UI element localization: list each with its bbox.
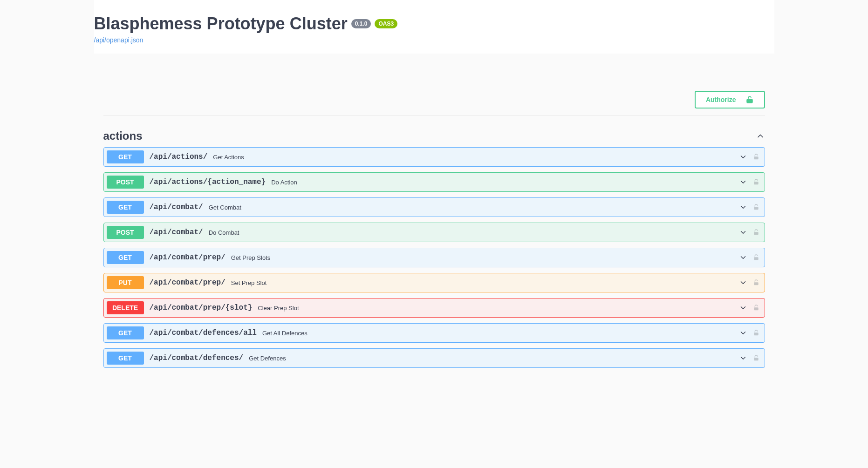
page-title: Blasphemess Prototype Cluster	[94, 14, 348, 34]
spec-link[interactable]: /api/openapi.json	[94, 36, 144, 44]
chevron-down-icon	[738, 328, 748, 338]
version-badge: 0.1.0	[351, 19, 371, 28]
chevron-down-icon	[738, 253, 748, 262]
operation-path: /api/combat/defences/	[150, 354, 244, 362]
method-badge: GET	[107, 251, 144, 264]
lock-icon[interactable]	[752, 304, 760, 312]
operation-summary: Do Combat	[209, 229, 239, 236]
svg-rect-1	[754, 156, 758, 159]
svg-rect-0	[747, 99, 752, 103]
operation-row[interactable]: GET/api/combat/Get Combat	[103, 197, 765, 217]
svg-rect-7	[754, 307, 758, 310]
operation-summary: Do Action	[271, 179, 297, 186]
operation-path: /api/combat/	[150, 228, 203, 237]
operation-summary: Get Prep Slots	[231, 254, 271, 261]
svg-rect-3	[754, 207, 758, 210]
lock-icon[interactable]	[752, 229, 760, 236]
operation-path: /api/actions/	[150, 153, 208, 161]
svg-rect-6	[754, 282, 758, 285]
authorize-button[interactable]: Authorize	[695, 91, 765, 109]
chevron-down-icon	[738, 353, 748, 363]
chevron-up-icon	[756, 131, 765, 141]
section-toggle-actions[interactable]: actions	[103, 125, 765, 147]
operation-path: /api/actions/{action_name}	[150, 178, 266, 186]
oas-badge: OAS3	[375, 19, 397, 28]
unlock-icon	[745, 95, 754, 104]
method-badge: POST	[107, 226, 144, 239]
chevron-down-icon	[738, 278, 748, 287]
method-badge: POST	[107, 176, 144, 189]
svg-rect-4	[754, 232, 758, 235]
lock-icon[interactable]	[752, 329, 760, 337]
chevron-down-icon	[738, 152, 748, 162]
operation-row[interactable]: PUT/api/combat/prep/Set Prep Slot	[103, 273, 765, 292]
operation-row[interactable]: DELETE/api/combat/prep/{slot}Clear Prep …	[103, 298, 765, 318]
operation-path: /api/combat/prep/	[150, 253, 226, 262]
lock-icon[interactable]	[752, 254, 760, 261]
lock-icon[interactable]	[752, 178, 760, 186]
operation-row[interactable]: POST/api/actions/{action_name}Do Action	[103, 172, 765, 192]
operation-path: /api/combat/	[150, 203, 203, 211]
chevron-down-icon	[738, 228, 748, 237]
lock-icon[interactable]	[752, 354, 760, 362]
svg-rect-2	[754, 182, 758, 184]
operation-row[interactable]: GET/api/combat/defences/Get Defences	[103, 348, 765, 368]
method-badge: GET	[107, 201, 144, 214]
svg-rect-8	[754, 332, 758, 335]
chevron-down-icon	[738, 203, 748, 212]
lock-icon[interactable]	[752, 153, 760, 161]
method-badge: GET	[107, 352, 144, 365]
operations-list: GET/api/actions/Get ActionsPOST/api/acti…	[103, 147, 765, 368]
operation-summary: Clear Prep Slot	[258, 305, 299, 312]
method-badge: GET	[107, 150, 144, 163]
operation-summary: Get Combat	[209, 204, 241, 211]
operation-summary: Get Defences	[249, 355, 286, 362]
operation-summary: Get All Defences	[262, 330, 308, 337]
chevron-down-icon	[738, 177, 748, 187]
operation-summary: Get Actions	[213, 154, 244, 161]
operation-path: /api/combat/prep/{slot}	[150, 304, 253, 312]
method-badge: PUT	[107, 276, 144, 289]
operation-path: /api/combat/defences/all	[150, 329, 257, 337]
operation-row[interactable]: POST/api/combat/Do Combat	[103, 223, 765, 242]
operation-path: /api/combat/prep/	[150, 278, 226, 287]
operation-row[interactable]: GET/api/combat/prep/Get Prep Slots	[103, 248, 765, 267]
method-badge: GET	[107, 326, 144, 339]
operation-row[interactable]: GET/api/actions/Get Actions	[103, 147, 765, 167]
svg-rect-5	[754, 257, 758, 260]
section-title: actions	[103, 129, 143, 142]
svg-rect-9	[754, 358, 758, 360]
authorize-label: Authorize	[706, 96, 736, 103]
operation-row[interactable]: GET/api/combat/defences/allGet All Defen…	[103, 323, 765, 343]
operation-summary: Set Prep Slot	[231, 279, 267, 286]
method-badge: DELETE	[107, 301, 144, 314]
lock-icon[interactable]	[752, 203, 760, 211]
lock-icon[interactable]	[752, 279, 760, 286]
chevron-down-icon	[738, 303, 748, 312]
